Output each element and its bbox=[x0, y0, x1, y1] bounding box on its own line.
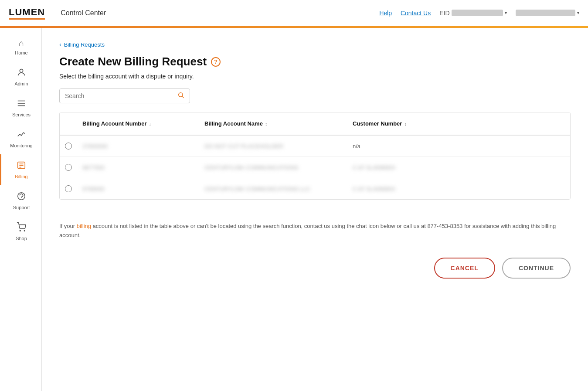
svg-point-10 bbox=[24, 230, 25, 231]
sidebar-label-admin: Admin bbox=[14, 81, 28, 86]
row2-customer-number: C-87 0L409890X bbox=[347, 159, 570, 176]
subtitle: Select the billing account with a disput… bbox=[59, 73, 571, 80]
search-bar bbox=[59, 88, 190, 103]
eid-label: EID bbox=[439, 10, 449, 17]
row1-radio-cell[interactable] bbox=[60, 137, 77, 155]
billing-accounts-table: Billing Account Number ↓ Billing Account… bbox=[59, 112, 571, 200]
sidebar-label-home: Home bbox=[15, 50, 27, 55]
th-billing-account-name[interactable]: Billing Account Name ↕ bbox=[199, 117, 347, 130]
sidebar-item-support[interactable]: Support bbox=[0, 185, 41, 216]
svg-point-11 bbox=[179, 93, 183, 97]
breadcrumb[interactable]: ‹ Billing Requests bbox=[59, 41, 571, 48]
billing-icon bbox=[17, 160, 26, 172]
cancel-button[interactable]: CANCEL bbox=[434, 258, 495, 279]
sidebar-item-billing[interactable]: Billing bbox=[0, 154, 41, 185]
page-title: Create New Billing Request bbox=[59, 55, 207, 68]
th-billing-account-number[interactable]: Billing Account Number ↓ bbox=[77, 117, 199, 130]
th-select bbox=[60, 117, 77, 130]
main-layout: ⌂ Home Admin Services bbox=[0, 28, 588, 391]
lumen-logo: LUMEN bbox=[9, 7, 45, 20]
continue-button[interactable]: CONTINUE bbox=[502, 258, 571, 279]
search-icon[interactable] bbox=[177, 92, 184, 100]
svg-point-9 bbox=[20, 230, 20, 231]
user-chevron-icon[interactable]: ▾ bbox=[577, 10, 579, 15]
shop-icon bbox=[17, 222, 26, 234]
sort-icon-customer-number: ↕ bbox=[404, 121, 407, 126]
admin-icon bbox=[17, 68, 26, 79]
row3-radio[interactable] bbox=[65, 185, 72, 192]
breadcrumb-label: Billing Requests bbox=[64, 41, 105, 48]
svg-point-0 bbox=[20, 69, 23, 72]
th-customer-number[interactable]: Customer Number ↕ bbox=[347, 117, 570, 130]
content-area: ‹ Billing Requests Create New Billing Re… bbox=[42, 28, 588, 391]
footer-note: If your billing account is not listed in… bbox=[59, 213, 571, 249]
sort-icon-billing-name: ↕ bbox=[265, 121, 268, 126]
services-icon bbox=[17, 99, 26, 110]
top-nav-right: Help Contact Us EID ████████████ ▾ █████… bbox=[379, 10, 579, 17]
sidebar-label-monitoring: Monitoring bbox=[10, 143, 32, 148]
row2-account-number: 9877500 bbox=[77, 159, 199, 176]
support-icon bbox=[17, 191, 26, 203]
help-link[interactable]: Help bbox=[379, 10, 392, 17]
row2-radio-cell[interactable] bbox=[60, 159, 77, 176]
page-title-row: Create New Billing Request ? bbox=[59, 55, 571, 68]
row3-customer-number: C-87 0L409890X bbox=[347, 180, 570, 197]
row3-account-number: 9789000 bbox=[77, 180, 199, 197]
home-icon: ⌂ bbox=[19, 38, 24, 48]
breadcrumb-arrow-icon: ‹ bbox=[59, 41, 61, 48]
search-input[interactable] bbox=[65, 92, 177, 99]
top-navigation: LUMEN Control Center Help Contact Us EID… bbox=[0, 0, 588, 26]
monitoring-icon bbox=[17, 129, 26, 141]
row2-account-name: CENTURYLINK COMMUNICATIONS bbox=[199, 159, 347, 176]
table-row: 37800000 DO NOT CUT PLACEHOLDER n/a bbox=[60, 136, 570, 157]
table-row: 9789000 CENTURYLINK COMMUNICATIONS LLC C… bbox=[60, 178, 570, 199]
sidebar-item-admin[interactable]: Admin bbox=[0, 61, 41, 92]
table-header: Billing Account Number ↓ Billing Account… bbox=[60, 112, 570, 136]
sidebar-item-monitoring[interactable]: Monitoring bbox=[0, 123, 41, 154]
svg-line-12 bbox=[182, 96, 184, 98]
row1-account-name: DO NOT CUT PLACEHOLDER bbox=[199, 138, 347, 155]
app-title: Control Center bbox=[61, 9, 106, 17]
sidebar-item-shop[interactable]: Shop bbox=[0, 216, 41, 247]
eid-chevron-icon[interactable]: ▾ bbox=[505, 10, 507, 15]
sidebar-label-services: Services bbox=[12, 112, 31, 117]
eid-section: EID ████████████ ▾ bbox=[439, 10, 507, 17]
sidebar: ⌂ Home Admin Services bbox=[0, 28, 42, 391]
table-row: 9877500 CENTURYLINK COMMUNICATIONS C-87 … bbox=[60, 157, 570, 178]
sort-icon-billing-number: ↓ bbox=[149, 121, 152, 126]
row1-customer-number: n/a bbox=[347, 138, 570, 155]
contact-us-link[interactable]: Contact Us bbox=[401, 10, 431, 17]
eid-value: ████████████ bbox=[452, 10, 503, 16]
row3-account-name: CENTURYLINK COMMUNICATIONS LLC bbox=[199, 180, 347, 197]
row3-radio-cell[interactable] bbox=[60, 180, 77, 197]
actions-row: CANCEL CONTINUE bbox=[59, 249, 571, 279]
sidebar-item-home[interactable]: ⌂ Home bbox=[0, 32, 41, 61]
sidebar-label-support: Support bbox=[13, 205, 30, 210]
user-value: ██████████████ bbox=[516, 10, 575, 16]
sidebar-label-billing: Billing bbox=[15, 174, 27, 179]
sidebar-label-shop: Shop bbox=[16, 236, 27, 241]
billing-link[interactable]: billing bbox=[77, 223, 91, 229]
user-section: ██████████████ ▾ bbox=[516, 10, 579, 16]
row1-radio[interactable] bbox=[65, 143, 72, 150]
help-icon[interactable]: ? bbox=[211, 57, 221, 67]
sidebar-item-services[interactable]: Services bbox=[0, 92, 41, 123]
row2-radio[interactable] bbox=[65, 164, 72, 171]
row1-account-number: 37800000 bbox=[77, 138, 199, 155]
